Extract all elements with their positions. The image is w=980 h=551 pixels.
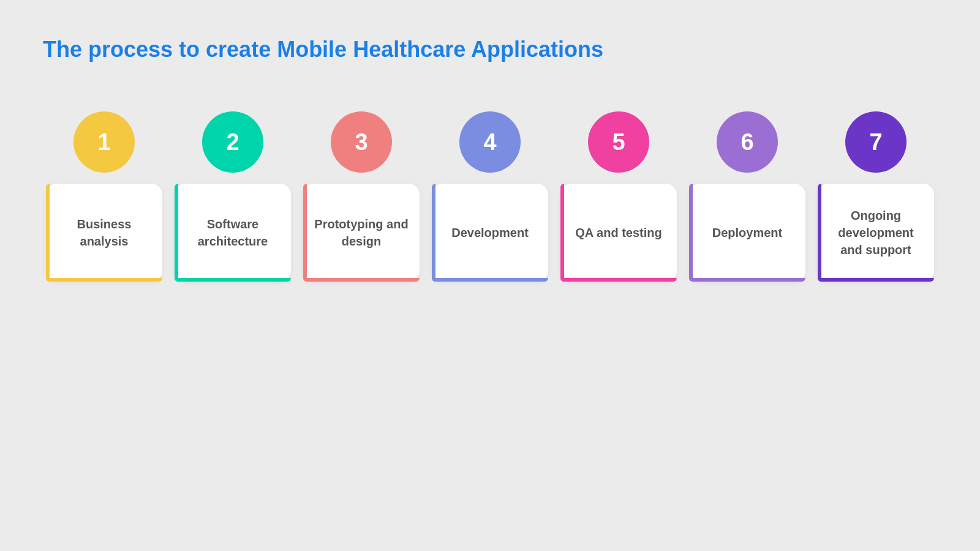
step-circle-5: 5 <box>588 111 649 173</box>
step-3: 3Prototyping and design <box>300 111 423 282</box>
step-card-4: Development <box>432 184 548 282</box>
step-4: 4Development <box>429 111 551 282</box>
page: The process to create Mobile Healthcare … <box>0 0 980 551</box>
step-1: 1Business analysis <box>43 111 165 282</box>
step-circle-1: 1 <box>74 111 135 173</box>
step-5: 5QA and testing <box>557 111 680 282</box>
step-circle-2: 2 <box>202 111 263 173</box>
step-circle-4: 4 <box>459 111 521 173</box>
step-card-5: QA and testing <box>560 184 677 282</box>
process-steps: 1Business analysis2Software architecture… <box>43 111 937 282</box>
step-card-7: Ongoing development and support <box>818 184 934 282</box>
step-7: 7Ongoing development and support <box>815 111 937 282</box>
step-card-6: Deployment <box>689 184 805 282</box>
step-6: 6Deployment <box>686 111 809 282</box>
step-2: 2Software architecture <box>172 111 294 282</box>
step-circle-7: 7 <box>845 111 907 173</box>
page-title: The process to create Mobile Healthcare … <box>43 37 937 62</box>
step-card-3: Prototyping and design <box>303 184 420 282</box>
step-circle-6: 6 <box>717 111 778 173</box>
step-card-1: Business analysis <box>46 184 162 282</box>
step-card-2: Software architecture <box>175 184 291 282</box>
step-circle-3: 3 <box>331 111 392 173</box>
